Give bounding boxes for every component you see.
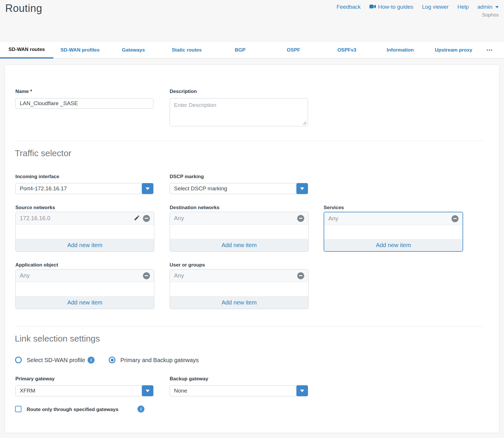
- primary-gateway-label: Primary gateway: [15, 376, 55, 382]
- caret-down-icon: [495, 6, 499, 8]
- list-item: Any: [324, 212, 463, 225]
- add-new-item-button[interactable]: Add new item: [324, 239, 463, 251]
- dropdown-button[interactable]: [296, 183, 308, 194]
- services-panel: AnyAdd new item: [324, 212, 463, 252]
- section-divider: [15, 326, 484, 326]
- routing-page: Routing Feedback How-to guides Log viewe…: [0, 0, 504, 438]
- how-to-guides-link[interactable]: How-to guides: [369, 4, 413, 10]
- primary-gateway-select[interactable]: XFRM: [15, 385, 153, 396]
- route-only-label: Route only through specified gateways: [27, 407, 118, 413]
- info-icon[interactable]: [88, 357, 95, 364]
- name-label: Name *: [15, 89, 32, 94]
- user-or-groups-panel: AnyAdd new item: [170, 269, 309, 309]
- remove-item-icon[interactable]: [297, 215, 304, 222]
- incoming-interface-label: Incoming interface: [15, 174, 59, 180]
- tab-ospf[interactable]: OSPF: [267, 41, 320, 59]
- add-new-item-button[interactable]: Add new item: [16, 296, 154, 309]
- list-item-text: Any: [174, 272, 297, 279]
- radio-label-primary-backup: Primary and Backup gateways: [120, 357, 199, 364]
- remove-item-icon[interactable]: [143, 215, 150, 222]
- source-networks-label: Source networks: [15, 205, 55, 211]
- page-title: Routing: [5, 2, 42, 14]
- list-item-text: 172.16.16.0: [20, 215, 134, 222]
- traffic-selector-heading: Traffic selector: [15, 148, 71, 158]
- info-icon[interactable]: [137, 406, 144, 413]
- description-label: Description: [170, 89, 197, 94]
- route-only-checkbox[interactable]: [15, 406, 21, 412]
- dropdown-button[interactable]: [142, 385, 153, 396]
- destination-networks-panel: AnyAdd new item: [170, 212, 309, 252]
- tab-static-routes[interactable]: Static routes: [160, 41, 213, 59]
- tab-information[interactable]: Information: [374, 41, 427, 59]
- list-item-text: Any: [174, 215, 297, 222]
- tab-sd-wan-routes[interactable]: SD-WAN routes: [0, 41, 53, 59]
- list-item: Any: [170, 212, 308, 225]
- description-textarea[interactable]: [170, 98, 308, 126]
- remove-item-icon[interactable]: [143, 272, 150, 279]
- tab-gateways[interactable]: Gateways: [107, 41, 160, 59]
- tab-bgp[interactable]: BGP: [213, 41, 267, 59]
- remove-item-icon[interactable]: [297, 272, 304, 279]
- dscp-marking-select[interactable]: Select DSCP marking: [170, 183, 308, 194]
- dropdown-button[interactable]: [296, 385, 308, 396]
- application-object-label: Application object: [15, 262, 58, 268]
- tab-sd-wan-profiles[interactable]: SD-WAN profiles: [53, 41, 107, 59]
- log-viewer-link[interactable]: Log viewer: [422, 4, 449, 10]
- list-item-text: Any: [20, 272, 143, 279]
- backup-gateway-select[interactable]: None: [170, 385, 308, 396]
- incoming-interface-select[interactable]: Port4-172.16.16.17: [15, 183, 153, 194]
- dscp-marking-label: DSCP marking: [170, 174, 204, 180]
- feedback-link[interactable]: Feedback: [336, 4, 360, 10]
- radio-primary-backup-gateways[interactable]: [109, 357, 115, 363]
- remove-item-icon[interactable]: [452, 215, 458, 222]
- video-camera-icon: [369, 4, 376, 10]
- destination-networks-label: Destination networks: [170, 205, 220, 211]
- tab-upstream-proxy[interactable]: Upstream proxy: [427, 41, 480, 59]
- section-divider: [15, 141, 484, 141]
- list-item: Any: [16, 269, 154, 282]
- link-selection-heading: Link selection settings: [15, 334, 100, 344]
- edit-pencil-icon[interactable]: [134, 215, 140, 222]
- add-new-item-button[interactable]: Add new item: [170, 239, 308, 251]
- name-input[interactable]: [15, 98, 153, 109]
- admin-menu[interactable]: admin: [477, 4, 499, 10]
- header-links: Feedback How-to guides Log viewer Help a…: [336, 4, 499, 10]
- radio-label-sdwan-profile: Select SD-WAN profile: [27, 357, 85, 364]
- add-new-item-button[interactable]: Add new item: [170, 296, 308, 309]
- application-object-panel: AnyAdd new item: [15, 269, 154, 309]
- source-networks-panel: 172.16.16.0Add new item: [15, 212, 154, 252]
- radio-select-sdwan-profile[interactable]: [15, 357, 22, 363]
- list-item-text: Any: [328, 215, 452, 222]
- backup-gateway-label: Backup gateway: [170, 376, 208, 382]
- user-or-groups-label: User or groups: [170, 262, 205, 268]
- list-item: Any: [170, 269, 308, 282]
- services-label: Services: [324, 205, 344, 211]
- list-item: 172.16.16.0: [16, 212, 154, 225]
- brand-label: Sophos: [482, 12, 499, 18]
- tab-ospfv3[interactable]: OSPFv3: [320, 41, 374, 59]
- help-link[interactable]: Help: [457, 4, 469, 10]
- dropdown-button[interactable]: [142, 183, 153, 194]
- tab-bar: SD-WAN routesSD-WAN profilesGatewaysStat…: [0, 41, 504, 59]
- tab-overflow-menu[interactable]: •••: [480, 41, 499, 59]
- add-new-item-button[interactable]: Add new item: [16, 239, 154, 251]
